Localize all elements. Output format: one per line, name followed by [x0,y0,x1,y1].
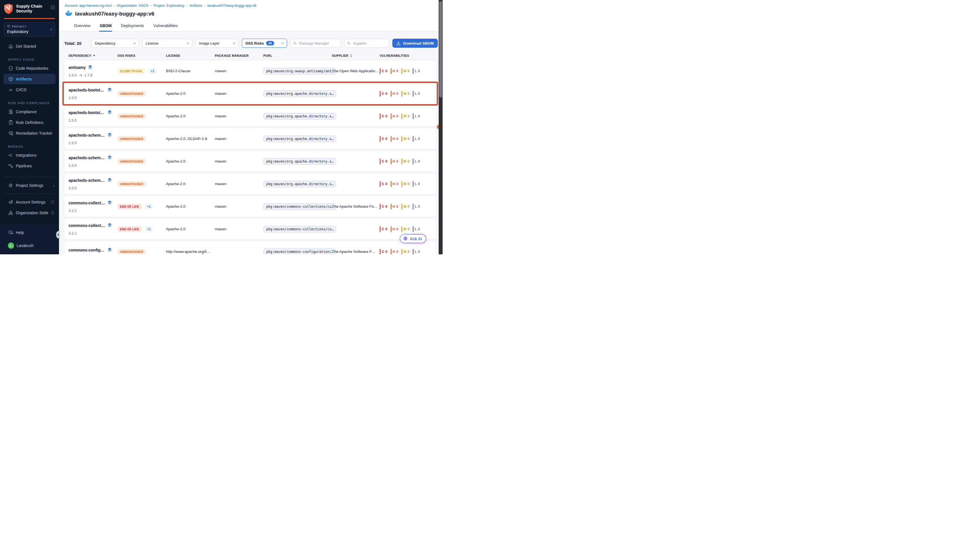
page-title: lavakush07/easy-buggy-app:v6 [75,11,154,17]
purl-chip[interactable]: pkg:maven/commons-collections/co… [263,203,336,210]
sidebar-item-pipelines[interactable]: Pipelines [0,161,59,171]
table-row[interactable]: commons-collections 3.2.1 END OF LIFE +1… [64,219,436,239]
sidebar-item-rule-definitions[interactable]: Rule Definitions [0,117,59,128]
severity-bar [380,68,380,74]
purl-chip[interactable]: pkg:maven/org.apache.directory.s… [263,181,336,187]
oss-risk-badge: UNMAINTAINED [117,136,146,142]
vuln-count-L: L0 [413,113,420,119]
image-layer-filter-select[interactable]: Image Layer [196,39,238,48]
scrollbar[interactable] [439,0,443,254]
dependency-version: 1.5.5 [68,141,117,145]
table-header-row: Dependency OSS Risks License Package Man… [64,54,436,57]
license-cell: Apache-2.0 [166,227,215,231]
severity-bar [402,204,402,210]
severity-bar [402,136,402,142]
module-grid-icon[interactable] [50,5,55,11]
license-cell: Apache-2.0 [166,114,215,118]
sort-both-icon [350,54,352,57]
table-row[interactable]: apacheds-schema-regi... 1.5.5 UNMAINTAIN… [64,173,436,194]
column-header-purl: PURL [263,54,332,57]
project-label: PROJECT [12,25,27,28]
oss-risk-badge: CLOSE TO EOL [117,68,145,74]
license-filter-select[interactable]: License [142,39,192,48]
table-row[interactable]: antisamy 1.5.3 1.7.8 CLOSE TO EOL +1 BSD… [64,61,436,81]
vuln-count-M: M0 [402,136,410,142]
sidebar-item-organization-settings[interactable]: Organization Settings ⓘ [0,207,59,218]
ask-ai-button[interactable]: Ask AI [400,234,426,243]
package-manager-search-input[interactable] [298,41,338,46]
purl-chip[interactable]: pkg:maven/org.apache.directory.s… [263,113,336,120]
purl-chip[interactable]: pkg:maven/commons-collections/co… [263,226,336,233]
tab-deployments[interactable]: Deployments [120,21,145,31]
sidebar-item-project-settings[interactable]: ⚙ Project Settings › [0,180,59,191]
breadcrumb-link[interactable]: Account: app-harness-ng-cicd [65,4,112,8]
package-manager-cell: maven [215,182,263,186]
column-header-supplier[interactable]: Supplier [332,54,380,57]
severity-bar [402,91,402,97]
breadcrumb-link[interactable]: Artifacts [189,4,202,8]
infinity-icon: ∞ [8,88,13,92]
vuln-count-H: H0 [391,158,398,164]
purl-chip[interactable]: pkg:maven/org.owasp.antisamy/ant… [263,68,336,75]
column-header-package-manager: Package Manager [215,54,263,57]
table-row[interactable]: commons-configuration UNMAINTAINED http:… [64,241,436,254]
breadcrumb-link[interactable]: lavakush07/easy-buggy-app:v6 [207,4,256,8]
table-row[interactable]: apacheds-schema-boo... 1.5.5 UNMAINTAINE… [64,128,436,149]
oss-risk-more-badge[interactable]: +1 [145,226,153,232]
package-manager-cell: maven [215,137,263,141]
vuln-count-C: C0 [380,158,388,164]
sidebar-item-remediation-tracker[interactable]: Remediation Tracker [0,128,59,138]
sort-desc-icon [93,55,95,57]
purl-chip[interactable]: pkg:maven/org.apache.directory.s… [263,90,336,97]
sidebar-item-cicd[interactable]: ∞ CI/CD [0,84,59,95]
severity-bar [413,68,413,74]
sidebar-collapse-handle[interactable] [56,231,60,238]
dependency-name: commons-configuration [68,248,105,252]
page-header: Account: app-harness-ng-cicd›Organizatio… [59,0,443,21]
breadcrumb-link[interactable]: Organization: SSCA [117,4,148,8]
sidebar-item-artifacts[interactable]: Artifacts [3,74,56,84]
oss-risk-more-badge[interactable]: +1 [148,68,157,74]
vuln-count-L: L0 [413,227,420,232]
dependency-name: apacheds-schema-boo... [68,133,105,137]
tab-vulnerabilities[interactable]: Vulnerabilities [153,21,178,31]
svg-text:?: ? [10,231,11,233]
table-row[interactable]: commons-collections 3.2.2 END OF LIFE +1… [64,196,436,217]
table-row[interactable]: apacheds-bootstrap-e... 1.5.5 UNMAINTAIN… [64,83,436,104]
sidebar-footer: ? Help L Lavakush [0,223,59,254]
table-row[interactable]: apacheds-schema-extr... 1.5.5 UNMAINTAIN… [64,151,436,172]
oss-risks-filter-select[interactable]: OSS Risks 03 [242,39,287,48]
severity-bar [413,136,413,142]
code-repository-icon [8,66,13,71]
table-row[interactable]: apacheds-bootstrap-p... 1.5.5 UNMAINTAIN… [64,106,436,127]
sidebar-item-compliance[interactable]: Compliance [0,107,59,117]
scrollbar-thumb[interactable] [439,1,442,97]
tab-overview[interactable]: Overview [73,21,91,31]
sidebar-user-menu[interactable]: L Lavakush [0,240,59,251]
sidebar-item-code-repositories[interactable]: Code Repositories [0,63,59,74]
purl-chip[interactable]: pkg:maven/org.apache.directory.s… [263,158,336,165]
project-selector[interactable]: PROJECT Exploratory › [4,22,55,37]
dependency-filter-select[interactable]: Dependency [92,39,139,48]
tab-sbom[interactable]: SBOM [99,21,112,31]
docker-icon [65,10,73,18]
vuln-count-H: H0 [391,181,398,187]
vuln-count-M: M0 [402,227,410,232]
purl-chip[interactable]: pkg:maven/org.apache.directory.s… [263,135,336,142]
severity-bar [413,249,413,255]
sidebar-item-help[interactable]: ? Help [0,227,59,238]
breadcrumb-link[interactable]: Project: Exploratory [153,4,184,8]
column-header-dependency[interactable]: Dependency [68,54,117,57]
dependency-version: 1.5.5 [68,163,117,168]
oss-risk-more-badge[interactable]: +1 [145,203,153,210]
section-label-risk-compliance: RISK AND COMPLIANCE [0,95,59,107]
sidebar-item-account-settings[interactable]: Account Settings ⓘ [0,197,59,207]
severity-bar [402,158,402,164]
purl-chip[interactable]: pkg:maven/commons-configuration/… [263,248,336,254]
severity-bar [380,204,380,210]
sidebar-item-integrations[interactable]: Integrations [0,150,59,161]
license-cell: BSD-2-Clause [166,69,215,73]
supplier-search-input[interactable] [353,41,387,46]
download-sbom-button[interactable]: Download SBOM [392,39,438,48]
sidebar-item-get-started[interactable]: Get Started [0,41,59,52]
